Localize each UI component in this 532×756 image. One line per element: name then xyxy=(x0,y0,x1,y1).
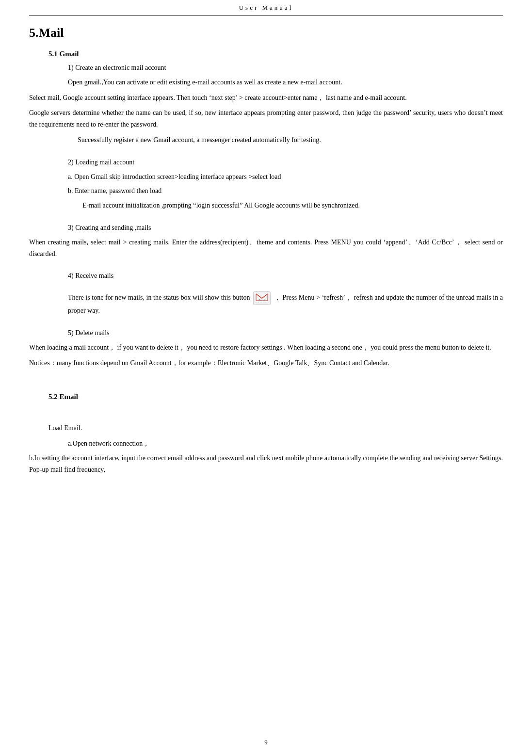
section-51-title: 5.1 Gmail xyxy=(48,50,503,58)
load-heading: Load Email. xyxy=(48,422,503,434)
sub5-heading: 5) Delete mails xyxy=(68,327,503,339)
section-52-title: 5.2 Email xyxy=(48,393,503,401)
sub2-b: b. Enter name, password then load xyxy=(68,185,503,197)
sub3-heading: 3) Creating and sending ,mails xyxy=(68,222,503,234)
sub2-a: a. Open Gmail skip introduction screen>l… xyxy=(68,171,503,183)
sub3-para1: When creating mails, select mail > creat… xyxy=(29,237,503,260)
sub4-para1: There is tone for new mails, in the stat… xyxy=(68,291,503,317)
load-a: a.Open network connection， xyxy=(68,438,503,450)
load-b: b.In setting the account interface, inpu… xyxy=(29,452,503,476)
sub2-heading: 2) Loading mail account xyxy=(68,157,503,168)
svg-text:Gmail: Gmail xyxy=(258,299,266,302)
sub4-heading: 4) Receive mails xyxy=(68,270,503,282)
sub2-c: E-mail account initialization ,prompting… xyxy=(82,200,503,211)
sub1-para4: Successfully register a new Gmail accoun… xyxy=(78,134,503,146)
sub1-para1: Open gmail.,You can activate or edit exi… xyxy=(68,77,503,88)
gmail-icon: Gmail xyxy=(253,291,271,305)
sub1-para3: Google servers determine whether the nam… xyxy=(29,107,503,130)
sub1-para2: Select mail, Google account setting inte… xyxy=(29,92,503,104)
sub5-para1: When loading a mail account， if you want… xyxy=(29,342,503,354)
sub1-heading: 1) Create an electronic mail account xyxy=(68,62,503,74)
sub5-para2: Notices：many functions depend on Gmail A… xyxy=(29,357,503,369)
header-text: User Manual xyxy=(239,4,293,11)
page-header: User Manual xyxy=(29,0,503,16)
page-title: 5.Mail xyxy=(29,26,503,40)
sub4-text-before: There is tone for new mails, in the stat… xyxy=(68,294,250,301)
page-number: 9 xyxy=(0,739,532,746)
